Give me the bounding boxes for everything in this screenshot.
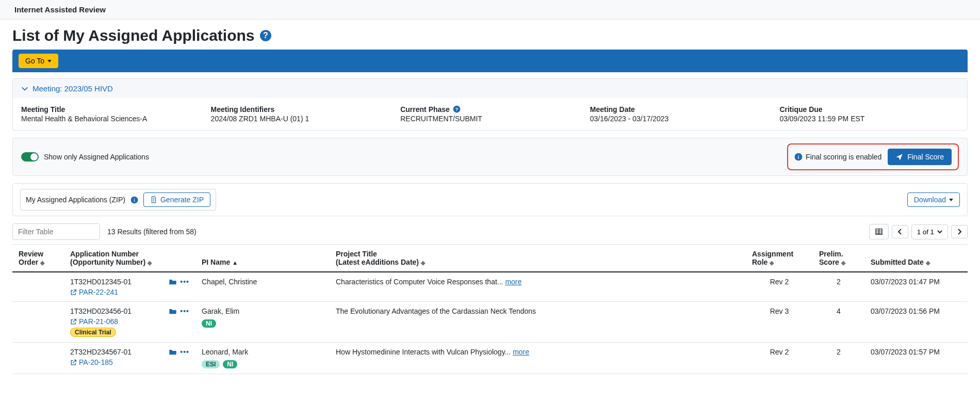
application-number: 2T32HD234567-01 <box>70 348 132 356</box>
folder-icon[interactable] <box>169 308 177 315</box>
cell-prelim-score: 2 <box>813 272 864 302</box>
assigned-toggle-label: Show only Assigned Applications <box>44 153 149 161</box>
project-title: How Hystomedinine Interacts with Vulcan … <box>336 348 511 356</box>
opportunity-link[interactable]: PA-20-185 <box>79 358 113 366</box>
col-application-number[interactable]: Application Number (Opportunity Number)◆ <box>64 245 195 272</box>
application-number: 1T32HD012345-01 <box>70 278 132 286</box>
svg-rect-6 <box>798 155 798 155</box>
page-title: List of My Assigned Applications <box>12 27 254 44</box>
cell-pi-name: Chapel, Christine <box>195 272 330 302</box>
table-row: 2T32HD234567-01•••PA-20-185Leonard, Mark… <box>12 343 968 374</box>
meeting-date-value: 03/16/2023 - 03/17/2023 <box>590 115 770 123</box>
cell-submitted-date: 03/07/2023 01:57 PM <box>864 343 968 374</box>
meeting-title-label: Meeting Title <box>21 105 201 114</box>
goto-button[interactable]: Go To <box>19 54 58 68</box>
more-link[interactable]: more <box>505 278 521 286</box>
ni-badge: NI <box>202 319 216 328</box>
svg-text:?: ? <box>264 31 269 40</box>
chevron-right-icon <box>957 229 962 235</box>
zip-card: My Assigned Applications (ZIP) Generate … <box>12 183 968 216</box>
row-actions-menu[interactable]: ••• <box>180 307 189 315</box>
svg-rect-9 <box>134 198 135 198</box>
current-phase-value: RECRUITMENT/SUBMIT <box>400 115 580 123</box>
col-assignment-role[interactable]: AssignmentRole◆ <box>746 245 813 272</box>
col-pi-name[interactable]: PI Name▲ <box>195 245 330 272</box>
external-link-icon[interactable] <box>70 289 77 296</box>
filter-input[interactable] <box>12 223 100 240</box>
opportunity-link[interactable]: PAR-21-068 <box>79 317 118 326</box>
final-score-button[interactable]: Final Score <box>888 149 952 165</box>
esi-badge: ESI <box>202 360 220 368</box>
chevron-left-icon <box>897 229 903 235</box>
opportunity-link[interactable]: PAR-22-241 <box>79 288 118 296</box>
meeting-toggle-label: Meeting: 2023/05 HIVD <box>32 84 113 93</box>
col-project-title[interactable]: Project Title (Latest eAdditions Date)◆ <box>330 245 746 272</box>
help-icon[interactable]: ? <box>259 29 272 42</box>
download-button[interactable]: Download <box>907 192 960 207</box>
external-link-icon[interactable] <box>70 318 77 325</box>
info-icon <box>794 153 803 161</box>
info-icon[interactable] <box>130 196 138 204</box>
file-icon <box>150 196 157 203</box>
meeting-identifiers-value: 2024/08 ZRD1 MHBA-U (01) 1 <box>211 115 390 123</box>
cell-prelim-score: 4 <box>813 302 864 343</box>
generate-zip-button[interactable]: Generate ZIP <box>143 192 210 207</box>
final-score-callout: Final scoring is enabled Final Score <box>787 143 959 170</box>
help-icon[interactable]: ? <box>453 105 461 113</box>
application-number: 1T32HD023456-01 <box>70 307 132 315</box>
row-actions-menu[interactable]: ••• <box>180 278 189 286</box>
action-bar: Go To <box>12 50 968 72</box>
pi-name: Garak, Elim <box>202 307 323 315</box>
more-link[interactable]: more <box>513 348 529 356</box>
chevron-down-icon <box>937 230 942 234</box>
svg-rect-5 <box>798 156 798 159</box>
results-count: 13 Results (filtered from 58) <box>107 228 197 236</box>
cell-submitted-date: 03/07/2023 01:47 PM <box>864 272 968 302</box>
goto-label: Go To <box>25 57 44 65</box>
cell-pi-name: Leonard, MarkESINI <box>195 343 330 374</box>
cell-project-title: The Evolutionary Advantages of the Carda… <box>330 302 746 343</box>
col-prelim-score[interactable]: Prelim.Score◆ <box>813 245 864 272</box>
pi-name: Chapel, Christine <box>202 278 323 286</box>
app-header: Internet Assisted Review <box>0 0 980 20</box>
cell-project-title: How Hystomedinine Interacts with Vulcan … <box>330 343 746 374</box>
next-page-button[interactable] <box>951 225 968 238</box>
project-title: The Evolutionary Advantages of the Carda… <box>336 307 536 315</box>
assigned-toggle[interactable] <box>21 152 39 162</box>
critique-due-value: 03/09/2023 11:59 PM EST <box>779 115 959 123</box>
svg-rect-8 <box>134 199 135 202</box>
cell-application-number: 1T32HD012345-01•••PAR-22-241 <box>64 272 195 302</box>
chevron-down-icon <box>21 85 28 92</box>
meeting-date-label: Meeting Date <box>590 105 770 114</box>
row-actions-menu[interactable]: ••• <box>180 348 189 356</box>
zip-label: My Assigned Applications (ZIP) <box>26 196 125 204</box>
view-toggle-button[interactable] <box>869 224 889 239</box>
meeting-collapse-toggle[interactable]: Meeting: 2023/05 HIVD <box>13 79 967 98</box>
paper-plane-icon <box>895 153 903 161</box>
cell-pi-name: Garak, ElimNI <box>195 302 330 343</box>
col-review-order[interactable]: Review Order◆ <box>12 245 64 272</box>
external-link-icon[interactable] <box>70 359 77 366</box>
cell-assignment-role: Rev 3 <box>746 302 813 343</box>
cell-review-order <box>12 343 64 374</box>
pi-name: Leonard, Mark <box>202 348 323 356</box>
table-icon <box>875 228 883 236</box>
folder-icon[interactable] <box>169 278 177 285</box>
folder-icon[interactable] <box>169 348 177 356</box>
col-submitted-date[interactable]: Submitted Date◆ <box>864 245 968 272</box>
caret-down-icon <box>949 199 953 201</box>
cell-project-title: Characteristics of Computer Voice Respon… <box>330 272 746 302</box>
meeting-identifiers-label: Meeting Identifiers <box>211 105 390 114</box>
project-title: Characteristics of Computer Voice Respon… <box>336 278 503 286</box>
table-row: 1T32HD023456-01•••PAR-21-068Clinical Tri… <box>12 302 968 343</box>
cell-review-order <box>12 302 64 343</box>
prev-page-button[interactable] <box>892 225 908 238</box>
applications-table: Review Order◆ Application Number (Opport… <box>12 244 968 374</box>
meeting-card: Meeting: 2023/05 HIVD Meeting Title Ment… <box>12 78 968 131</box>
cell-assignment-role: Rev 2 <box>746 343 813 374</box>
page-selector[interactable]: 1 of 1 <box>911 224 948 239</box>
cell-review-order <box>12 272 64 302</box>
svg-text:?: ? <box>455 107 458 112</box>
meeting-title-value: Mental Health & Behavioral Sciences-A <box>21 115 201 123</box>
cell-assignment-role: Rev 2 <box>746 272 813 302</box>
